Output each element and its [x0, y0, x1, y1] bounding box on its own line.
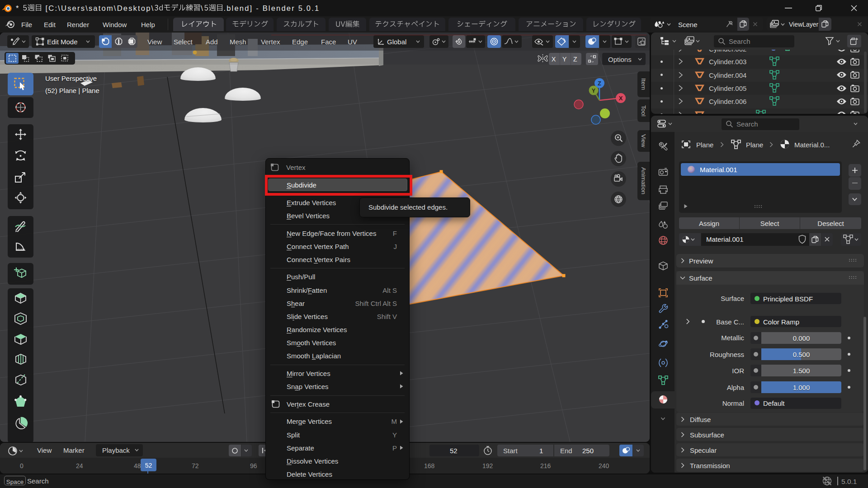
svg-text:Y: Y	[592, 88, 596, 94]
svg-text:Z: Z	[598, 80, 601, 87]
svg-text:X: X	[619, 95, 623, 102]
